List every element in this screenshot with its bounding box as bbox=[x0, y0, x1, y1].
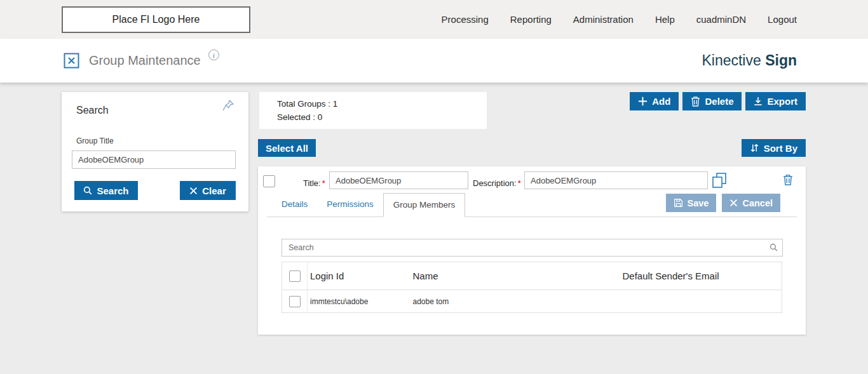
plus-icon bbox=[638, 97, 648, 106]
nav-username[interactable]: cuadminDN bbox=[696, 14, 746, 25]
description-input[interactable] bbox=[524, 171, 708, 189]
search-button-label: Search bbox=[97, 185, 128, 196]
save-button[interactable]: Save bbox=[666, 194, 717, 212]
save-icon bbox=[674, 198, 683, 208]
members-table: Login Id Name Default Sender's Email imm… bbox=[281, 262, 782, 313]
member-name: adobe tom bbox=[410, 290, 620, 313]
tab-details[interactable]: Details bbox=[272, 193, 317, 217]
member-row-checkbox[interactable] bbox=[289, 296, 301, 307]
cancel-button[interactable]: Cancel bbox=[722, 194, 780, 212]
nav-processing[interactable]: Processing bbox=[442, 14, 489, 25]
sort-by-label: Sort By bbox=[764, 143, 797, 154]
title-input[interactable] bbox=[329, 171, 468, 189]
clear-button[interactable]: Clear bbox=[180, 181, 236, 200]
info-glyph: i bbox=[213, 51, 215, 59]
topbar: Place FI Logo Here Processing Reporting … bbox=[0, 0, 868, 39]
nav-logout[interactable]: Logout bbox=[768, 14, 797, 25]
group-row-checkbox[interactable] bbox=[263, 175, 275, 187]
nav-reporting[interactable]: Reporting bbox=[510, 14, 552, 25]
trash-icon bbox=[691, 96, 700, 107]
page: Place FI Logo Here Processing Reporting … bbox=[0, 0, 868, 374]
page-header: Group Maintenance i Kinective Sign bbox=[0, 39, 868, 83]
tabs: Details Permissions Group Members bbox=[272, 193, 465, 217]
x-icon bbox=[189, 187, 198, 195]
select-all-label: Select All bbox=[266, 143, 308, 154]
header-checkbox[interactable] bbox=[289, 270, 301, 282]
content-area: Search Group Title Search bbox=[0, 83, 868, 374]
tab-permissions[interactable]: Permissions bbox=[317, 193, 383, 217]
description-label-text: Description: bbox=[473, 178, 517, 188]
col-name: Name bbox=[410, 262, 620, 290]
nav-help[interactable]: Help bbox=[655, 14, 675, 25]
group-actions: Add Delete Export bbox=[630, 92, 806, 110]
title-label-text: Title: bbox=[303, 178, 321, 188]
member-search-input[interactable] bbox=[281, 239, 783, 257]
pin-icon[interactable] bbox=[222, 99, 234, 114]
member-row[interactable]: immtestcu\adobe adobe tom bbox=[282, 290, 782, 313]
required-asterisk: * bbox=[518, 178, 521, 188]
cancel-button-label: Cancel bbox=[742, 198, 773, 208]
export-button[interactable]: Export bbox=[745, 92, 806, 110]
sort-by-button[interactable]: Sort By bbox=[742, 139, 806, 157]
sort-arrows-icon bbox=[750, 143, 759, 153]
x-icon bbox=[729, 199, 738, 207]
brand: Kinective Sign bbox=[702, 52, 797, 69]
fi-logo-placeholder: Place FI Logo Here bbox=[62, 6, 250, 33]
group-editor: Title:* Description:* bbox=[258, 166, 806, 335]
search-icon bbox=[770, 243, 778, 251]
col-login-id: Login Id bbox=[308, 262, 410, 290]
search-button[interactable]: Search bbox=[74, 181, 138, 200]
search-panel-title: Search bbox=[76, 105, 109, 116]
add-button-label: Add bbox=[652, 96, 670, 107]
copy-icon[interactable] bbox=[712, 172, 727, 189]
group-maintenance-icon bbox=[64, 53, 79, 69]
brand-name: Kinective bbox=[702, 52, 761, 69]
tab-group-members[interactable]: Group Members bbox=[383, 193, 466, 217]
selected-count-text: Selected : 0 bbox=[277, 112, 487, 122]
add-button[interactable]: Add bbox=[630, 92, 679, 110]
member-login-id: immtestcu\adobe bbox=[308, 290, 410, 313]
fi-logo-text: Place FI Logo Here bbox=[112, 14, 200, 25]
tab-bar: Details Permissions Group Members bbox=[267, 194, 797, 217]
required-asterisk: * bbox=[322, 178, 325, 188]
download-icon bbox=[754, 97, 763, 106]
page-title: Group Maintenance bbox=[89, 53, 201, 68]
group-title-label: Group Title bbox=[76, 137, 114, 145]
delete-button-label: Delete bbox=[705, 96, 733, 107]
info-icon[interactable]: i bbox=[208, 50, 219, 60]
search-icon bbox=[83, 186, 92, 195]
save-button-label: Save bbox=[688, 198, 709, 208]
member-search bbox=[281, 239, 783, 257]
group-title-input[interactable] bbox=[72, 150, 236, 169]
clear-button-label: Clear bbox=[202, 185, 226, 196]
top-navigation: Processing Reporting Administration Help… bbox=[442, 14, 797, 25]
nav-administration[interactable]: Administration bbox=[573, 14, 634, 25]
col-default-sender-email: Default Sender's Email bbox=[620, 262, 782, 290]
total-groups-text: Total Groups : 1 bbox=[277, 99, 487, 109]
editor-actions: Save Cancel bbox=[666, 194, 780, 212]
description-label: Description:* bbox=[473, 178, 521, 188]
brand-suffix: Sign bbox=[765, 52, 797, 69]
export-button-label: Export bbox=[767, 96, 797, 107]
search-panel: Search Group Title Search bbox=[62, 92, 248, 211]
member-email bbox=[620, 290, 782, 313]
members-header-row: Login Id Name Default Sender's Email bbox=[282, 262, 782, 290]
title-label: Title:* bbox=[303, 178, 325, 188]
select-all-button[interactable]: Select All bbox=[258, 139, 316, 157]
row-delete-icon[interactable] bbox=[783, 174, 793, 185]
summary-panel: Total Groups : 1 Selected : 0 bbox=[259, 92, 487, 129]
delete-button[interactable]: Delete bbox=[682, 92, 742, 110]
